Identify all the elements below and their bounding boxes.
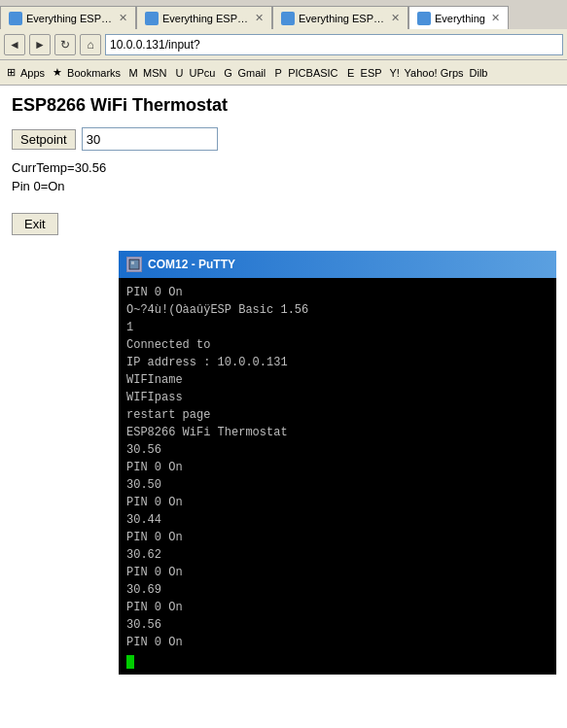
- yahoo-icon: Y!: [388, 66, 402, 80]
- tab-label-3: Everything: [435, 13, 485, 24]
- nav-bar: ◄ ► ↻ ⌂: [0, 29, 567, 60]
- home-button[interactable]: ⌂: [80, 34, 101, 55]
- tab-close-3[interactable]: ✕: [491, 12, 500, 24]
- terminal-line: PIN 0 On: [126, 529, 549, 546]
- putty-title-text: COM12 - PuTTY: [148, 258, 549, 271]
- putty-titlebar: COM12 - PuTTY: [119, 251, 556, 278]
- terminal-line: 30.69: [126, 581, 549, 599]
- terminal-line: WIFIname: [126, 371, 549, 389]
- terminal-line: PIN 0 On: [126, 599, 549, 616]
- terminal-line: PIN 0 On: [126, 459, 549, 476]
- forward-button[interactable]: ►: [29, 34, 51, 55]
- bookmark-apps[interactable]: ⊞ Apps: [4, 66, 45, 80]
- terminal-line: PIN 0 On: [126, 564, 549, 581]
- terminal-line: PIN 0 On: [126, 634, 549, 651]
- putty-window: COM12 - PuTTY PIN 0 OnO~?4ù!(OàaûÿESP Ba…: [119, 251, 556, 675]
- putty-terminal[interactable]: PIN 0 OnO~?4ù!(OàaûÿESP Basic 1.561Conne…: [119, 278, 556, 675]
- bookmark-esp[interactable]: E ESP: [344, 66, 382, 80]
- tab-label-1: Everything ESP8266 -: [162, 13, 249, 24]
- tab-favicon-1: [145, 12, 159, 25]
- curr-temp-display: CurrTemp=30.56: [12, 160, 555, 175]
- tab-favicon-2: [281, 12, 295, 25]
- refresh-button[interactable]: ↻: [54, 34, 76, 55]
- picbasic-icon: P: [271, 66, 285, 80]
- terminal-line: restart page: [126, 406, 549, 424]
- tab-label-2: Everything ESP8266 -: [299, 13, 385, 24]
- terminal-line: WIFIpass: [126, 389, 549, 406]
- terminal-line: 30.56: [126, 441, 549, 459]
- msn-icon: M: [126, 66, 140, 80]
- bookmarks-bar: ⊞ Apps ★ Bookmarks M MSN U UPcu G Gmail …: [0, 60, 567, 86]
- terminal-line: Connected to: [126, 336, 549, 354]
- terminal-line: PIN 0 On: [126, 284, 549, 301]
- back-button[interactable]: ◄: [4, 34, 25, 55]
- terminal-cursor-line: [126, 651, 549, 669]
- address-bar[interactable]: [105, 34, 563, 55]
- terminal-line: 30.62: [126, 546, 549, 564]
- upcu-icon: U: [173, 66, 187, 80]
- tab-close-2[interactable]: ✕: [391, 12, 400, 24]
- terminal-line: ESP8266 WiFi Thermostat: [126, 424, 549, 441]
- setpoint-input[interactable]: [82, 127, 218, 151]
- page-title: ESP8266 WiFi Thermostat: [12, 95, 555, 116]
- terminal-line: 30.44: [126, 511, 549, 529]
- terminal-line: 1: [126, 319, 549, 336]
- terminal-line: 30.56: [126, 616, 549, 634]
- terminal-line: PIN 0 On: [126, 494, 549, 511]
- browser-tab-3[interactable]: Everything ✕: [408, 6, 509, 29]
- main-content: ESP8266 WiFi Thermostat Setpoint CurrTem…: [0, 86, 567, 684]
- bookmark-picbasic[interactable]: P PICBASIC: [271, 66, 337, 80]
- setpoint-row: Setpoint: [12, 127, 555, 151]
- esp-icon: E: [344, 66, 358, 80]
- bookmark-yahoo[interactable]: Y! Yahoo! Grps: [388, 66, 464, 80]
- apps-icon: ⊞: [4, 66, 18, 80]
- bookmark-dilb[interactable]: Dilb: [470, 67, 488, 79]
- bookmark-bookmarks[interactable]: ★ Bookmarks: [51, 66, 121, 80]
- bookmark-gmail[interactable]: G Gmail: [221, 66, 266, 80]
- svg-rect-1: [131, 261, 134, 264]
- gmail-icon: G: [221, 66, 234, 80]
- exit-button[interactable]: Exit: [12, 213, 58, 235]
- tab-close-0[interactable]: ✕: [119, 12, 127, 24]
- bookmark-upcu[interactable]: U UPcu: [173, 66, 216, 80]
- setpoint-button[interactable]: Setpoint: [12, 129, 76, 150]
- bookmark-msn[interactable]: M MSN: [126, 66, 166, 80]
- star-icon: ★: [51, 66, 64, 80]
- terminal-cursor: [126, 655, 134, 669]
- tab-favicon-0: [9, 12, 22, 25]
- browser-tab-2[interactable]: Everything ESP8266 - ✕: [272, 6, 408, 29]
- terminal-line: 30.50: [126, 476, 549, 494]
- terminal-line: IP address : 10.0.0.131: [126, 354, 549, 371]
- putty-icon: [126, 257, 142, 272]
- pin-status-display: Pin 0=On: [12, 179, 555, 193]
- tab-close-1[interactable]: ✕: [255, 12, 264, 24]
- browser-tab-0[interactable]: Everything ESP8266 - ✕: [0, 6, 136, 29]
- terminal-line: O~?4ù!(OàaûÿESP Basic 1.56: [126, 301, 549, 319]
- tab-favicon-3: [417, 12, 431, 25]
- tab-label-0: Everything ESP8266 -: [26, 13, 113, 24]
- browser-tab-1[interactable]: Everything ESP8266 - ✕: [136, 6, 272, 29]
- browser-tabs: Everything ESP8266 - ✕ Everything ESP826…: [0, 0, 567, 29]
